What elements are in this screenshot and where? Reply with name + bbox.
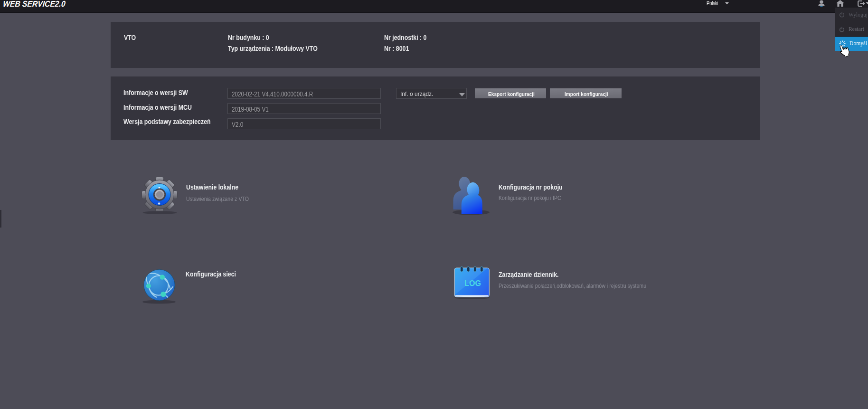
svg-text:LOG: LOG — [464, 279, 481, 287]
